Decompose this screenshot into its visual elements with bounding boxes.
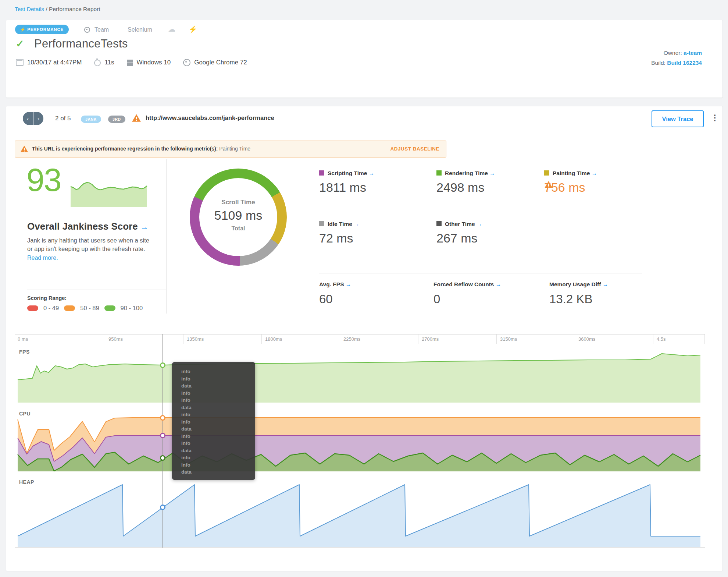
breadcrumb-current: Performance Report xyxy=(49,6,100,12)
score-spark-area xyxy=(71,183,147,207)
avg-fps-arrow-icon[interactable]: → xyxy=(346,281,351,287)
rendering-arrow-icon[interactable]: → xyxy=(489,170,495,176)
tooltip-line: data xyxy=(181,447,255,454)
painting-arrow-icon[interactable]: → xyxy=(592,170,597,176)
banner-warning-icon xyxy=(20,145,28,153)
performance-badge-bolt-icon: ⚡ xyxy=(20,27,26,32)
idle-time-value: 72 ms xyxy=(319,231,353,245)
owner-line: Owner: a-team xyxy=(664,50,702,56)
framework-label: Selenium xyxy=(128,26,152,33)
url-warning-icon xyxy=(132,113,141,123)
forced-reflow-label[interactable]: Forced Reflow Counts → xyxy=(433,281,501,288)
scripting-time-text: Scripting Time xyxy=(328,170,367,176)
banner-message: This URL is experiencing performance reg… xyxy=(32,146,250,152)
idle-time-label[interactable]: Idle Time → xyxy=(319,221,360,227)
url-position: 2 of 5 xyxy=(55,115,71,122)
test-title: PerformanceTests xyxy=(34,37,128,50)
test-header-card: ⚡ PERFORMANCE Team Selenium ☁ ⚡ ✓ Perfor… xyxy=(6,20,723,98)
build-link[interactable]: Build 162234 xyxy=(667,60,702,66)
cpu-other-marker[interactable] xyxy=(160,415,165,421)
test-meta-row: 10/30/17 at 4:47PM 11s Windows 10 Google… xyxy=(16,59,247,66)
painting-time-text: Painting Time xyxy=(553,170,590,176)
memory-usage-label[interactable]: Memory Usage Diff → xyxy=(549,281,608,288)
avg-fps-label[interactable]: Avg. FPS → xyxy=(319,281,351,288)
breadcrumb: Test Details / Performance Report xyxy=(15,6,100,13)
idle-arrow-icon[interactable]: → xyxy=(354,221,360,227)
build-label: Build: xyxy=(651,60,667,66)
metrics-divider xyxy=(319,273,642,273)
team-label[interactable]: Team xyxy=(94,26,109,33)
jankiness-description: Jank is any halting that users see when … xyxy=(27,236,154,262)
scoring-range-legend: 0 - 49 50 - 89 90 - 100 xyxy=(27,305,143,312)
forced-reflow-arrow-icon[interactable]: → xyxy=(496,281,502,287)
heap-marker[interactable] xyxy=(160,505,165,510)
lightning-icon: ⚡ xyxy=(189,25,197,33)
range-low-label: 0 - 49 xyxy=(43,305,59,312)
memory-usage-value: 13.2 KB xyxy=(549,292,592,306)
other-arrow-icon[interactable]: → xyxy=(477,221,482,227)
other-time-value: 267 ms xyxy=(436,231,478,245)
other-color-swatch xyxy=(436,221,442,226)
view-trace-button[interactable]: View Trace xyxy=(652,110,704,127)
tooltip-line: info xyxy=(181,368,255,375)
owner-link[interactable]: a-team xyxy=(684,50,702,56)
idle-time-text: Idle Time xyxy=(328,221,352,227)
windows-icon xyxy=(127,60,133,66)
cpu-rendering-marker[interactable] xyxy=(160,455,165,461)
banner-message-bold: This URL is experiencing performance reg… xyxy=(32,146,219,152)
painting-time-label[interactable]: Painting Time → xyxy=(544,170,597,177)
tooltip-line: info xyxy=(181,418,255,426)
forced-reflow-value: 0 xyxy=(433,292,440,306)
calendar-icon xyxy=(16,59,24,66)
test-duration: 11s xyxy=(104,59,114,66)
scripting-time-label[interactable]: Scripting Time → xyxy=(319,170,374,177)
range-mid-pill xyxy=(64,305,75,311)
adjust-baseline-link[interactable]: ADJUST BASELINE xyxy=(390,146,439,152)
tooltip-line: data xyxy=(181,425,255,433)
jankiness-detail-arrow-icon[interactable]: → xyxy=(140,222,149,231)
tooltip-line: info xyxy=(181,397,255,404)
donut-title: Scroll Time xyxy=(190,199,287,206)
performance-badge-label: PERFORMANCE xyxy=(27,27,64,32)
timeline-charts[interactable] xyxy=(15,334,705,548)
page-url: http://www.saucelabs.com/jank-performanc… xyxy=(146,114,274,121)
score-divider xyxy=(27,290,166,290)
fps-area xyxy=(18,354,700,403)
range-mid-label: 50 - 89 xyxy=(80,305,99,312)
jankiness-score-title-text: Overall Jankiness Score xyxy=(27,221,138,232)
score-sparkline-chart xyxy=(70,176,148,208)
breadcrumb-separator: / xyxy=(44,6,49,12)
tooltip-line: info xyxy=(181,454,255,461)
cpu-scripting-marker[interactable] xyxy=(160,433,165,438)
scripting-color-swatch xyxy=(319,170,324,176)
scoring-range-label: Scoring Range: xyxy=(27,295,67,301)
range-low-pill xyxy=(27,305,38,311)
banner-metric: Painting Time xyxy=(219,146,250,152)
read-more-link[interactable]: Read more. xyxy=(27,255,58,261)
rendering-color-swatch xyxy=(436,170,442,176)
performance-report-page: Test Details / Performance Report ⚡ PERF… xyxy=(0,0,728,577)
tooltip-line: data xyxy=(181,382,255,390)
test-date: 10/30/17 at 4:47PM xyxy=(27,59,82,66)
eye-icon xyxy=(84,27,90,34)
third-party-tag: 3RD xyxy=(108,116,125,123)
kebab-menu-icon[interactable]: ⋮ xyxy=(711,113,719,122)
fps-marker[interactable] xyxy=(160,362,165,368)
scripting-arrow-icon[interactable]: → xyxy=(369,170,375,176)
performance-badge[interactable]: ⚡ PERFORMANCE xyxy=(15,25,69,34)
donut-subtitle: Total xyxy=(190,225,287,232)
jankiness-score-value: 93 xyxy=(26,161,61,199)
tooltip-line: info xyxy=(181,440,255,447)
test-browser: Google Chrome 72 xyxy=(194,59,247,66)
tooltip-line: info xyxy=(181,375,255,383)
rendering-time-label[interactable]: Rendering Time → xyxy=(436,170,495,177)
memory-usage-arrow-icon[interactable]: → xyxy=(603,281,609,287)
painting-color-swatch xyxy=(544,170,549,176)
avg-fps-value: 60 xyxy=(319,292,333,306)
tooltip-line: data xyxy=(181,404,255,411)
heap-area xyxy=(18,485,700,547)
stopwatch-icon xyxy=(94,60,101,66)
other-time-label[interactable]: Other Time → xyxy=(436,221,482,227)
column-divider xyxy=(166,159,167,314)
breadcrumb-test-details-link[interactable]: Test Details xyxy=(15,6,44,12)
